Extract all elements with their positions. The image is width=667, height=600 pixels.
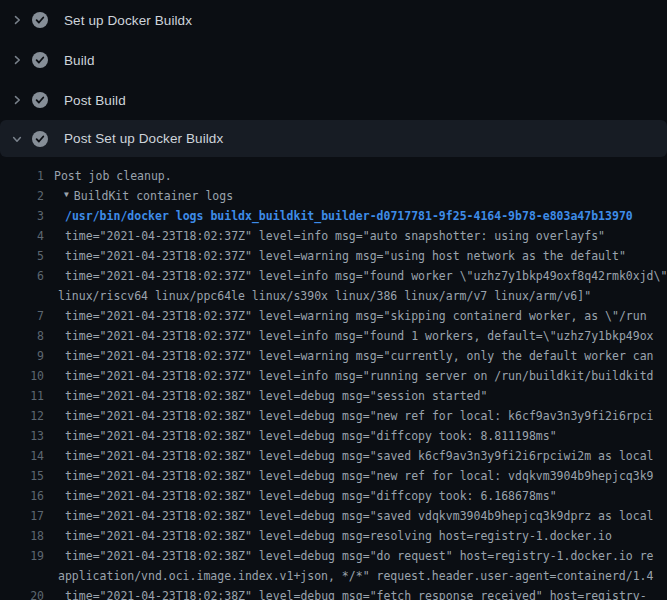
chevron-right-icon (11, 54, 23, 66)
log-row: 19time="2021-04-23T18:02:38Z" level=debu… (0, 546, 667, 566)
step-row[interactable]: Set up Docker Buildx (0, 0, 667, 40)
log-line-number[interactable]: 2 (0, 186, 44, 206)
log-line-text: time="2021-04-23T18:02:37Z" level=info m… (44, 326, 654, 346)
log-row: 2▼BuildKit container logs (0, 186, 667, 206)
log-line-number[interactable]: 12 (0, 406, 44, 426)
log-row: 1Post job cleanup. (0, 166, 667, 186)
log-row: 5time="2021-04-23T18:02:37Z" level=warni… (0, 246, 667, 266)
log-line-text: time="2021-04-23T18:02:38Z" level=debug … (44, 546, 654, 566)
log-line-text: linux/riscv64 linux/ppc64le linux/s390x … (44, 286, 591, 306)
log-line-text: time="2021-04-23T18:02:38Z" level=debug … (44, 506, 654, 526)
check-circle-icon (32, 92, 48, 108)
log-line-text: time="2021-04-23T18:02:38Z" level=debug … (44, 586, 647, 600)
log-line-number[interactable]: 4 (0, 226, 44, 246)
log-line-text: time="2021-04-23T18:02:38Z" level=debug … (44, 386, 487, 406)
log-line-number[interactable]: 16 (0, 486, 44, 506)
check-circle-icon (32, 52, 48, 68)
log-line-text: time="2021-04-23T18:02:38Z" level=debug … (44, 426, 557, 446)
check-circle-icon (32, 131, 48, 147)
log-line-number[interactable]: 17 (0, 506, 44, 526)
log-group-header[interactable]: ▼BuildKit container logs (44, 186, 233, 206)
log-line-number[interactable]: 11 (0, 386, 44, 406)
log-line-text: time="2021-04-23T18:02:38Z" level=debug … (44, 406, 654, 426)
log-row: 11time="2021-04-23T18:02:38Z" level=debu… (0, 386, 667, 406)
log-line-number[interactable]: 10 (0, 366, 44, 386)
chevron-down-icon (11, 133, 23, 145)
log-row: 8time="2021-04-23T18:02:37Z" level=info … (0, 326, 667, 346)
chevron-right-icon (11, 14, 23, 26)
log-line-text: time="2021-04-23T18:02:38Z" level=debug … (44, 466, 654, 486)
log-command-text: /usr/bin/docker logs buildx_buildkit_bui… (44, 206, 633, 226)
log-line-number[interactable]: 3 (0, 206, 44, 226)
log-line-text: time="2021-04-23T18:02:37Z" level=info m… (44, 226, 605, 246)
log-line-text: time="2021-04-23T18:02:37Z" level=info m… (44, 366, 654, 386)
log-line-text: time="2021-04-23T18:02:38Z" level=debug … (44, 486, 557, 506)
log-row: linux/riscv64 linux/ppc64le linux/s390x … (0, 286, 667, 306)
chevron-right-icon (11, 94, 23, 106)
log-line-text: time="2021-04-23T18:02:37Z" level=warnin… (44, 306, 647, 326)
log-line-number[interactable]: 6 (0, 266, 44, 286)
log-line-number[interactable]: 8 (0, 326, 44, 346)
log-row: 10time="2021-04-23T18:02:37Z" level=info… (0, 366, 667, 386)
log-line-number[interactable]: 7 (0, 306, 44, 326)
group-expanded-triangle-icon: ▼ (54, 186, 74, 205)
log-line-text: time="2021-04-23T18:02:38Z" level=debug … (44, 446, 654, 466)
log-row: application/vnd.oci.image.index.v1+json,… (0, 566, 667, 586)
log-line-text: time="2021-04-23T18:02:37Z" level=warnin… (44, 246, 626, 266)
check-circle-icon (32, 12, 48, 28)
log-line-number (0, 286, 44, 306)
log-line-text: time="2021-04-23T18:02:37Z" level=warnin… (44, 346, 654, 366)
log-line-text: application/vnd.oci.image.index.v1+json,… (44, 566, 653, 586)
log-area: 1Post job cleanup.2▼BuildKit container l… (0, 157, 667, 600)
log-row: 20time="2021-04-23T18:02:38Z" level=debu… (0, 586, 667, 600)
log-line-number[interactable]: 13 (0, 426, 44, 446)
log-line-text: time="2021-04-23T18:02:37Z" level=info m… (44, 266, 667, 286)
log-row: 18time="2021-04-23T18:02:38Z" level=debu… (0, 526, 667, 546)
actions-log-viewer: Set up Docker BuildxBuildPost BuildPost … (0, 0, 667, 600)
step-row[interactable]: Post Set up Docker Buildx (0, 120, 667, 157)
log-line-number[interactable]: 5 (0, 246, 44, 266)
log-row: 16time="2021-04-23T18:02:38Z" level=debu… (0, 486, 667, 506)
log-line-number[interactable]: 19 (0, 546, 44, 566)
log-line-number[interactable]: 15 (0, 466, 44, 486)
log-row: 15time="2021-04-23T18:02:38Z" level=debu… (0, 466, 667, 486)
step-label: Build (64, 53, 95, 68)
log-line-text: time="2021-04-23T18:02:38Z" level=debug … (44, 526, 612, 546)
log-line-number[interactable]: 18 (0, 526, 44, 546)
log-row: 17time="2021-04-23T18:02:38Z" level=debu… (0, 506, 667, 526)
log-line-number[interactable]: 9 (0, 346, 44, 366)
log-row: 7time="2021-04-23T18:02:37Z" level=warni… (0, 306, 667, 326)
step-label: Set up Docker Buildx (64, 13, 192, 28)
log-row: 12time="2021-04-23T18:02:38Z" level=debu… (0, 406, 667, 426)
log-row: 4time="2021-04-23T18:02:37Z" level=info … (0, 226, 667, 246)
log-line-number[interactable]: 14 (0, 446, 44, 466)
log-line-text: Post job cleanup. (44, 166, 172, 186)
log-row: 9time="2021-04-23T18:02:37Z" level=warni… (0, 346, 667, 366)
log-group-title: BuildKit container logs (74, 186, 233, 206)
step-row[interactable]: Build (0, 40, 667, 80)
step-row[interactable]: Post Build (0, 80, 667, 120)
log-line-number[interactable]: 20 (0, 586, 44, 600)
log-line-number[interactable]: 1 (0, 166, 44, 186)
log-row: 6time="2021-04-23T18:02:37Z" level=info … (0, 266, 667, 286)
step-label: Post Build (64, 93, 126, 108)
steps-list: Set up Docker BuildxBuildPost BuildPost … (0, 0, 667, 157)
step-label: Post Set up Docker Buildx (64, 131, 223, 146)
log-line-number (0, 566, 44, 586)
log-row: 14time="2021-04-23T18:02:38Z" level=debu… (0, 446, 667, 466)
log-row: 13time="2021-04-23T18:02:38Z" level=debu… (0, 426, 667, 446)
log-row: 3/usr/bin/docker logs buildx_buildkit_bu… (0, 206, 667, 226)
